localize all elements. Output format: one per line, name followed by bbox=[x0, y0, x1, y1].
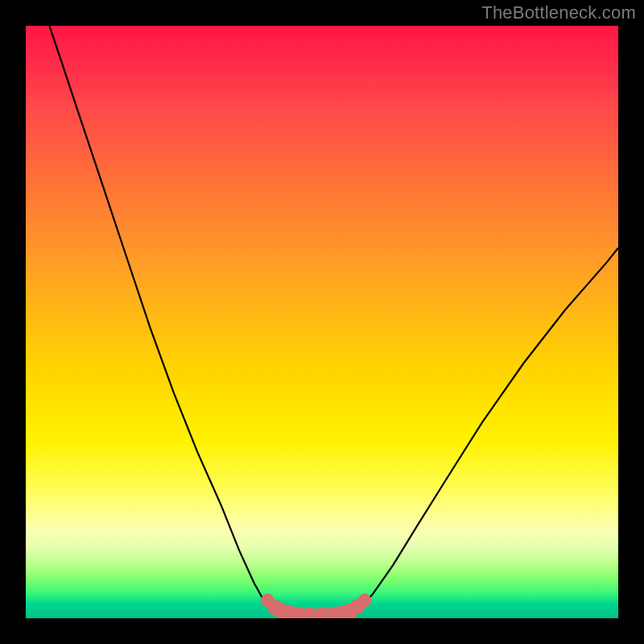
valley-markers bbox=[261, 594, 372, 619]
main-curve bbox=[49, 26, 618, 617]
plot-area bbox=[26, 26, 618, 618]
chart-frame: TheBottleneck.com bbox=[0, 0, 644, 644]
right-lobe-curve bbox=[357, 248, 618, 609]
left-lobe-curve bbox=[49, 26, 275, 613]
valley-marker bbox=[358, 594, 372, 608]
watermark-text: TheBottleneck.com bbox=[481, 2, 636, 23]
chart-svg bbox=[26, 26, 618, 618]
